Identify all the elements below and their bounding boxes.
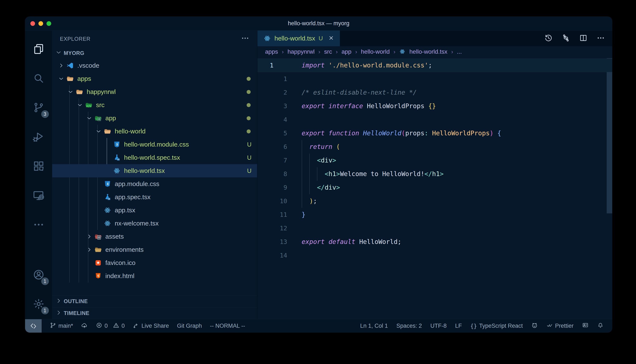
tree-item-src[interactable]: </>src [52, 98, 257, 112]
code-line: 9 </div> [258, 181, 612, 194]
line-number-relative: 12 [258, 222, 287, 235]
tree-item-apps[interactable]: apps [52, 72, 257, 85]
status-git-graph[interactable]: Git Graph [177, 323, 202, 329]
activity-explorer[interactable] [25, 35, 52, 64]
zoom-window-button[interactable] [47, 21, 51, 26]
tree-item-app-module-css[interactable]: 3app.module.css [52, 177, 257, 190]
activity-search[interactable] [25, 64, 52, 93]
section-header-myorg[interactable]: MYORG [52, 47, 257, 59]
line-number-relative: 2 [258, 86, 287, 99]
breadcrumb-separator: › [394, 48, 395, 55]
close-window-button[interactable] [30, 21, 35, 26]
compare-changes-button[interactable] [562, 34, 570, 43]
section-header-outline[interactable]: OUTLINE [52, 295, 257, 307]
tree-item-favicon-ico[interactable]: favicon.ico [52, 256, 257, 270]
status-label: Live Share [141, 323, 169, 329]
breadcrumb-item[interactable]: happynrwl [287, 48, 315, 55]
breadcrumb-item[interactable]: app [342, 48, 352, 55]
remote-indicator-button[interactable] [25, 319, 42, 332]
status-encoding[interactable]: UTF-8 [430, 323, 447, 329]
open-timeline-button[interactable] [544, 34, 553, 43]
tree-item-label: assets [105, 233, 124, 240]
status-octoface-extension[interactable] [531, 322, 538, 330]
code-text: export default HelloWorld; [302, 235, 401, 248]
status-notifications[interactable] [597, 322, 604, 330]
activity-source-control[interactable]: 3 [25, 93, 52, 122]
line-number-relative: 14 [258, 248, 287, 262]
tab-hello-world-tsx[interactable]: hello-world.tsx U [258, 30, 340, 46]
chevron-down-icon[interactable] [57, 76, 66, 82]
breadcrumb-item[interactable]: src [324, 48, 332, 55]
more-actions-button[interactable] [596, 34, 605, 43]
activity-more-views[interactable] [25, 210, 52, 240]
status-publish-changes[interactable] [81, 322, 88, 330]
status-feedback[interactable] [582, 322, 589, 330]
tab-untracked-badge: U [319, 35, 323, 42]
chevron-right-icon[interactable] [57, 62, 66, 69]
chevron-down-icon[interactable] [75, 102, 85, 108]
minimize-window-button[interactable] [39, 21, 43, 26]
tree-item-happynrwl[interactable]: happynrwl [52, 85, 257, 98]
tree-item-app-spec-tsx[interactable]: TSapp.spec.tsx [52, 190, 257, 204]
status-prettier[interactable]: Prettier [546, 322, 573, 330]
code-line: 1import './hello-world.module.css'; [258, 58, 612, 72]
explorer-more-actions-button[interactable] [241, 34, 249, 44]
status-eol[interactable]: LF [455, 323, 462, 329]
breadcrumb-item[interactable]: hello-world [361, 48, 390, 55]
tree-item-label: favicon.ico [105, 259, 135, 266]
tree-item-assets[interactable]: assets [52, 230, 257, 243]
tree-item--vscode[interactable]: .vscode [52, 59, 257, 72]
tree-item-hello-world[interactable]: hello-world [52, 125, 257, 138]
tree-item-hello-world-spec-tsx[interactable]: TShello-world.spec.tsxU [52, 151, 257, 164]
status-indentation[interactable]: Spaces: 2 [396, 323, 422, 329]
tree-item-index-html[interactable]: 5index.html [52, 270, 257, 282]
chevron-right-icon[interactable] [85, 233, 94, 240]
breadcrumb-item[interactable]: apps [265, 48, 278, 55]
status-cursor-position[interactable]: Ln 1, Col 1 [360, 323, 388, 329]
activity-settings[interactable]: 1 [25, 290, 52, 319]
svg-text:</>: </> [86, 104, 91, 108]
section-header-timeline[interactable]: TIMELINE [52, 307, 257, 319]
editor-actions [544, 30, 612, 46]
activity-remote-explorer[interactable] [25, 181, 52, 210]
tree-item-app[interactable]: app [52, 112, 257, 125]
chevron-down-icon[interactable] [66, 89, 75, 95]
chevron-right-icon[interactable] [85, 246, 94, 253]
close-tab-button[interactable] [328, 35, 334, 42]
folder-app-icon [94, 114, 102, 122]
chevron-down-icon[interactable] [94, 128, 103, 134]
svg-text:3: 3 [107, 182, 108, 186]
svg-text:TS: TS [117, 158, 119, 160]
react-icon [399, 48, 405, 55]
css-icon: 3 [113, 141, 121, 148]
folder-tan-icon [75, 88, 84, 96]
activity-extensions[interactable] [25, 152, 52, 181]
code-editor[interactable]: 1import './hello-world.module.css';12/* … [258, 57, 612, 319]
status-label: Spaces: 2 [396, 323, 422, 329]
activity-accounts[interactable]: 1 [25, 260, 52, 290]
status-label: main* [58, 323, 73, 329]
tree-item-hello-world-module-css[interactable]: 3hello-world.module.cssU [52, 138, 257, 151]
code-line: 4 [258, 113, 612, 126]
breadcrumb-item[interactable]: ... [457, 48, 462, 55]
code-line: 12 [258, 222, 612, 235]
status-vim-mode[interactable]: -- NORMAL -- [210, 323, 245, 329]
tree-item-hello-world-tsx[interactable]: hello-world.tsxU [52, 164, 257, 177]
status-problems[interactable]: 00 [96, 322, 125, 330]
code-line: 7 <div> [258, 154, 612, 167]
tree-item-nx-welcome-tsx[interactable]: nx-welcome.tsx [52, 217, 257, 230]
status-language-mode[interactable]: {}TypeScript React [470, 323, 523, 329]
tree-item-app-tsx[interactable]: app.tsx [52, 204, 257, 217]
octoface-icon [531, 322, 538, 330]
status-label: Prettier [555, 323, 573, 329]
split-editor-button[interactable] [579, 34, 587, 43]
status-live-share[interactable]: Live Share [133, 322, 169, 330]
activity-run-and-debug[interactable] [25, 122, 52, 152]
chevron-down-icon[interactable] [85, 115, 94, 121]
breadcrumb-item[interactable]: hello-world.tsx [409, 48, 447, 55]
code-line: 10 ); [258, 194, 612, 208]
breadcrumb-separator: › [336, 48, 338, 55]
tree-item-environments[interactable]: environments [52, 243, 257, 256]
code-line: 3export interface HelloWorldProps {} [258, 99, 612, 113]
status-git-branch[interactable]: main* [50, 322, 73, 330]
